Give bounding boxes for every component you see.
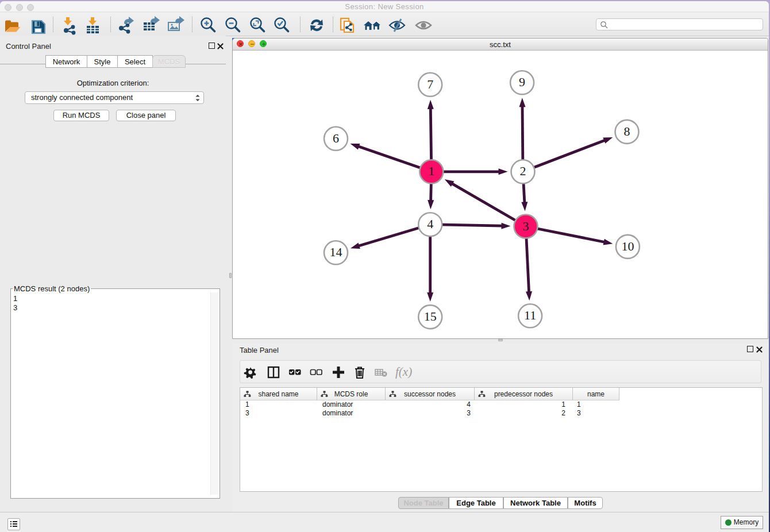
- svg-text:14: 14: [330, 245, 342, 259]
- svg-text:7: 7: [427, 77, 433, 91]
- svg-text:15: 15: [424, 309, 437, 323]
- svg-text:6: 6: [333, 131, 339, 145]
- svg-text:11: 11: [524, 308, 536, 322]
- svg-text:2: 2: [520, 164, 526, 178]
- svg-text:4: 4: [427, 217, 433, 231]
- svg-text:1: 1: [428, 164, 434, 178]
- svg-text:3: 3: [523, 219, 529, 233]
- svg-text:9: 9: [519, 75, 525, 89]
- svg-text:8: 8: [624, 124, 630, 138]
- svg-text:10: 10: [621, 239, 634, 253]
